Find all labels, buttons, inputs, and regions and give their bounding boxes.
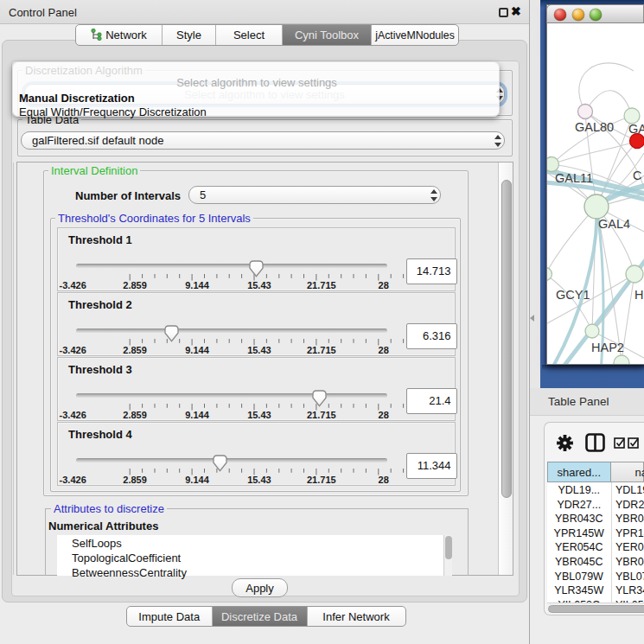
svg-text:GAL11: GAL11 [555,171,593,185]
svg-text:H: H [634,288,643,302]
svg-text:GAL4: GAL4 [598,217,630,231]
svg-text:GA: GA [628,122,644,136]
svg-text:GAL80: GAL80 [575,120,614,134]
svg-text:GCY1: GCY1 [556,288,590,302]
svg-text:C: C [633,169,641,182]
svg-text:HAP2: HAP2 [591,341,624,354]
